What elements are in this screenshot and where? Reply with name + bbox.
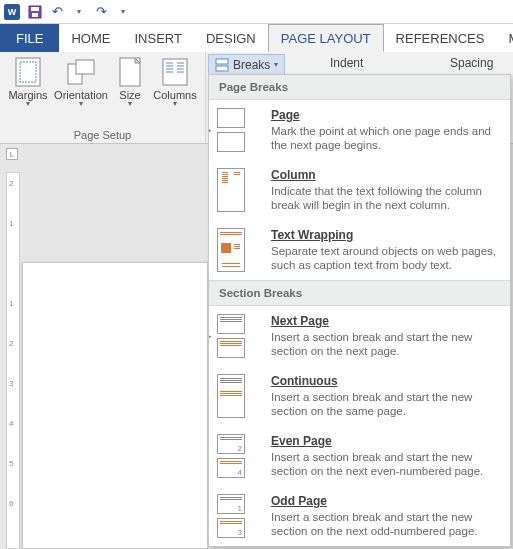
page-break-icon	[217, 108, 257, 152]
ruler-mark: 1	[9, 299, 13, 308]
menu-item-title: Column	[271, 168, 500, 182]
ruler-mark: 5	[9, 459, 13, 468]
breaks-icon	[215, 58, 229, 72]
menu-item-column-break[interactable]: Column Indicate that the text following …	[209, 160, 510, 220]
column-break-icon	[217, 168, 257, 212]
ruler-mark: 2	[9, 339, 13, 348]
tab-mailings[interactable]: MAILIN	[496, 24, 513, 52]
save-icon	[28, 5, 42, 19]
undo-button[interactable]: ↶	[46, 1, 68, 23]
caret-right-icon: ▸	[208, 125, 212, 135]
vertical-ruler[interactable]: 2 1 1 2 3 4 5 6	[6, 172, 20, 549]
columns-icon	[162, 58, 188, 86]
breaks-label: Breaks	[233, 58, 270, 72]
size-button[interactable]: Size ▾	[110, 54, 150, 129]
margins-icon	[15, 57, 41, 87]
breaks-dropdown: Page Breaks ▸ Page Mark the point at whi…	[208, 74, 511, 547]
svg-rect-1	[31, 7, 39, 11]
columns-button[interactable]: Columns ▾	[150, 54, 200, 129]
chevron-down-icon: ▾	[128, 101, 132, 107]
tab-design[interactable]: DESIGN	[194, 24, 268, 52]
section-header-section-breaks: Section Breaks	[209, 280, 510, 306]
section-header-page-breaks: Page Breaks	[209, 75, 510, 100]
continuous-icon	[217, 374, 257, 418]
orientation-button[interactable]: Orientation ▾	[52, 54, 110, 129]
ribbon-tabs: FILE HOME INSERT DESIGN PAGE LAYOUT REFE…	[0, 24, 513, 52]
menu-item-desc: Insert a section break and start the new…	[271, 330, 500, 358]
size-icon	[119, 57, 141, 87]
caret-right-icon: ▸	[208, 331, 212, 341]
breaks-button[interactable]: Breaks ▾	[208, 54, 285, 76]
quick-access-toolbar: W ↶ ▾ ↷ ▾	[0, 0, 513, 24]
save-button[interactable]	[24, 1, 46, 23]
margins-button[interactable]: Margins ▾	[4, 54, 52, 129]
text-wrapping-icon	[217, 228, 257, 272]
tab-references[interactable]: REFERENCES	[384, 24, 497, 52]
menu-item-text-wrapping-break[interactable]: Text Wrapping Separate text around objec…	[209, 220, 510, 280]
chevron-down-icon: ▾	[173, 101, 177, 107]
ruler-mark: 4	[9, 419, 13, 428]
menu-item-desc: Insert a section break and start the new…	[271, 450, 500, 478]
menu-item-odd-page[interactable]: 1 3 Odd Page Insert a section break and …	[209, 486, 510, 546]
menu-item-title: Odd Page	[271, 494, 500, 508]
svg-rect-18	[216, 66, 228, 71]
undo-dropdown[interactable]: ▾	[68, 1, 90, 23]
ruler-mark: 6	[9, 499, 13, 508]
spacing-label: Spacing	[450, 56, 493, 70]
ruler-corner: L	[6, 148, 18, 160]
odd-page-icon: 1 3	[217, 494, 257, 538]
svg-rect-17	[216, 59, 228, 64]
ruler-mark: 3	[9, 379, 13, 388]
tab-page-layout[interactable]: PAGE LAYOUT	[268, 24, 384, 52]
chevron-down-icon: ▾	[79, 101, 83, 107]
menu-item-title: Text Wrapping	[271, 228, 500, 242]
group-page-setup: Margins ▾ Orientation ▾ Size ▾ Columns ▾…	[0, 52, 206, 143]
menu-item-title: Continuous	[271, 374, 500, 388]
menu-item-next-page[interactable]: ▸ Next Page Insert a section break and s…	[209, 306, 510, 366]
redo-button[interactable]: ↷	[90, 1, 112, 23]
menu-item-desc: Indicate that the text following the col…	[271, 184, 500, 212]
indent-label: Indent	[330, 56, 363, 70]
menu-item-desc: Mark the point at which one page ends an…	[271, 124, 500, 152]
tab-insert[interactable]: INSERT	[122, 24, 193, 52]
tab-file[interactable]: FILE	[0, 24, 59, 52]
ruler-mark: 2	[9, 179, 13, 188]
menu-item-page-break[interactable]: ▸ Page Mark the point at which one page …	[209, 100, 510, 160]
qat-customize[interactable]: ▾	[112, 1, 134, 23]
word-app-icon: W	[4, 4, 20, 20]
ruler-mark: 1	[9, 219, 13, 228]
even-page-icon: 2 4	[217, 434, 257, 478]
next-page-icon	[217, 314, 257, 358]
menu-item-title: Even Page	[271, 434, 500, 448]
orientation-icon	[66, 58, 96, 86]
chevron-down-icon: ▾	[274, 62, 278, 68]
tab-home[interactable]: HOME	[59, 24, 122, 52]
group-caption-page-setup: Page Setup	[4, 129, 201, 143]
menu-item-continuous[interactable]: Continuous Insert a section break and st…	[209, 366, 510, 426]
menu-item-desc: Separate text around objects on web page…	[271, 244, 500, 272]
svg-rect-6	[76, 60, 94, 74]
menu-item-desc: Insert a section break and start the new…	[271, 390, 500, 418]
menu-item-title: Page	[271, 108, 500, 122]
svg-rect-2	[32, 13, 38, 17]
chevron-down-icon: ▾	[26, 101, 30, 107]
menu-item-desc: Insert a section break and start the new…	[271, 510, 500, 538]
menu-item-title: Next Page	[271, 314, 500, 328]
document-page[interactable]	[22, 262, 208, 549]
menu-item-even-page[interactable]: 2 4 Even Page Insert a section break and…	[209, 426, 510, 486]
